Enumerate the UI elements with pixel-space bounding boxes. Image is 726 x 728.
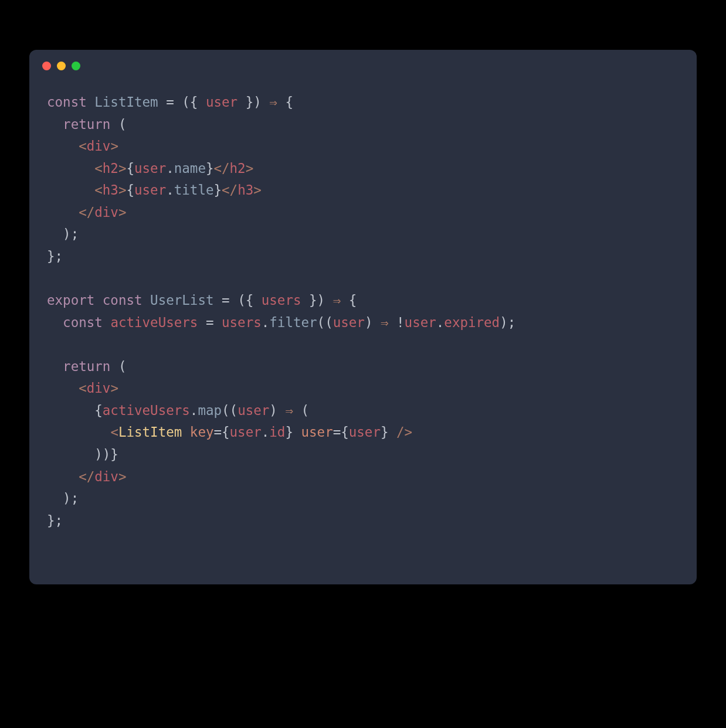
- code-token: >: [118, 205, 127, 220]
- code-token: ListItem: [94, 94, 166, 110]
- code-token: >: [118, 182, 127, 198]
- code-token: ({: [238, 292, 262, 308]
- code-token: <: [94, 182, 103, 198]
- code-token: [47, 424, 110, 440]
- code-token: {: [277, 94, 293, 110]
- code-token: </: [222, 182, 238, 198]
- code-token: {: [126, 161, 134, 176]
- code-token: title: [174, 182, 214, 198]
- code-token: );: [500, 315, 515, 330]
- code-token: >: [246, 161, 254, 176]
- code-token: }: [206, 161, 214, 176]
- code-token: [47, 359, 63, 374]
- code-token: }: [213, 182, 222, 198]
- code-token: user: [238, 403, 269, 418]
- code-token: return: [63, 359, 118, 374]
- code-token: [47, 447, 94, 462]
- code-token: {: [126, 182, 134, 198]
- code-token: div: [87, 380, 111, 396]
- code-token: user: [349, 424, 381, 440]
- code-line: export const UserList = ({ users }) ⇒ {: [47, 290, 679, 312]
- code-line: );: [47, 223, 679, 246]
- code-line: {activeUsers.map((user) ⇒ (: [47, 400, 679, 422]
- code-token: (: [118, 359, 127, 374]
- code-token: ={: [213, 424, 229, 440]
- code-token: activeUsers: [110, 315, 206, 330]
- code-token: h2: [103, 161, 118, 176]
- code-token: >: [110, 138, 118, 154]
- code-token: >: [110, 380, 118, 396]
- maximize-icon[interactable]: [72, 62, 80, 70]
- code-token: .: [262, 424, 270, 440]
- code-token: const: [63, 315, 110, 330]
- code-token: ): [365, 315, 381, 330]
- code-line: [47, 268, 679, 290]
- code-token: .: [190, 403, 198, 418]
- code-token: =: [222, 292, 238, 308]
- code-token: );: [47, 491, 79, 506]
- code-token: ⇒: [269, 94, 277, 110]
- code-token: [47, 117, 63, 132]
- code-token: export: [47, 292, 103, 308]
- code-token: user: [405, 315, 436, 330]
- code-line: <div>: [47, 135, 679, 158]
- code-window: const ListItem = ({ user }) ⇒ { return (…: [29, 50, 697, 584]
- code-token: (: [293, 403, 309, 418]
- code-token: h3: [103, 182, 118, 198]
- code-line: <div>: [47, 377, 679, 400]
- code-token: =: [206, 315, 222, 330]
- code-token: >: [118, 161, 127, 176]
- code-token: [47, 315, 63, 330]
- titlebar: [29, 50, 697, 75]
- code-token: .: [436, 315, 445, 330]
- code-line: <ListItem key={user.id} user={user} />: [47, 421, 679, 444]
- code-token: <: [79, 138, 87, 154]
- code-token: ({: [182, 94, 206, 110]
- code-line: };: [47, 510, 679, 532]
- close-icon[interactable]: [42, 62, 51, 70]
- code-token: filter: [269, 315, 317, 330]
- code-token: h2: [230, 161, 246, 176]
- code-token: ): [269, 403, 285, 418]
- code-line: };: [47, 246, 679, 268]
- code-line: const activeUsers = users.filter((user) …: [47, 312, 679, 334]
- code-token: {: [94, 403, 103, 418]
- code-token: </: [79, 205, 94, 220]
- code-line: </div>: [47, 466, 679, 488]
- code-token: [47, 380, 79, 396]
- code-line: ))}: [47, 444, 679, 466]
- code-line: return (: [47, 114, 679, 136]
- code-token: const: [103, 292, 150, 308]
- code-token: }): [246, 94, 270, 110]
- code-line: const ListItem = ({ user }) ⇒ {: [47, 91, 679, 114]
- code-token: map: [198, 403, 222, 418]
- code-token: }: [285, 424, 301, 440]
- code-token: div: [94, 205, 118, 220]
- code-line: <h2>{user.name}</h2>: [47, 158, 679, 180]
- code-token: [47, 469, 79, 484]
- code-token: ={: [333, 424, 349, 440]
- code-token: div: [94, 469, 118, 484]
- code-editor[interactable]: const ListItem = ({ user }) ⇒ { return (…: [29, 75, 697, 584]
- code-token: activeUsers: [103, 403, 190, 418]
- code-token: user: [134, 182, 166, 198]
- code-token: }: [381, 424, 396, 440]
- code-token: (: [118, 117, 127, 132]
- code-token: const: [47, 94, 94, 110]
- code-token: ⇒: [381, 315, 389, 330]
- code-token: ((: [317, 315, 333, 330]
- code-token: }): [309, 292, 333, 308]
- minimize-icon[interactable]: [57, 62, 66, 70]
- code-token: users: [222, 315, 262, 330]
- code-token: };: [47, 249, 63, 264]
- code-token: ((: [222, 403, 238, 418]
- code-token: ListItem: [118, 424, 190, 440]
- code-line: </div>: [47, 202, 679, 224]
- code-token: user: [301, 424, 333, 440]
- code-token: .: [166, 161, 174, 176]
- code-token: name: [174, 161, 206, 176]
- code-token: return: [63, 117, 118, 132]
- code-token: ⇒: [333, 292, 341, 308]
- code-token: !: [389, 315, 405, 330]
- code-token: [47, 138, 79, 154]
